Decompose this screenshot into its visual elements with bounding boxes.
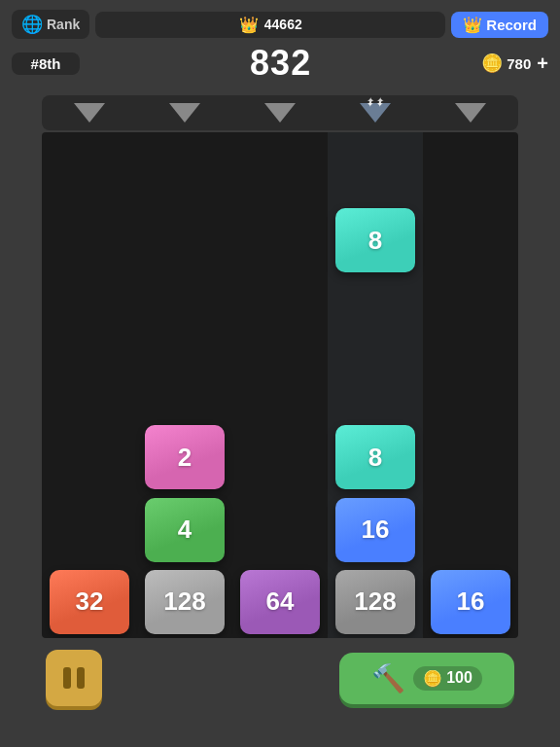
pause-bar-left [63,667,71,689]
arrow-down-3 [264,103,296,123]
coins-value: 780 [507,55,531,72]
game-board[interactable]: 828416321286412816 [42,132,518,638]
tile-64-7: 64 [240,570,320,634]
arrow-col-4[interactable]: ✦ ✦ [336,103,414,123]
hammer-button[interactable]: 🔨 🪙 100 [339,653,514,704]
big-score: 832 [86,43,475,84]
hammer-coin-icon: 🪙 [423,669,442,688]
tile-128-8: 128 [335,570,415,634]
add-coins-button[interactable]: + [537,53,548,75]
crown-icon: 👑 [239,16,259,34]
sparkle-stars: ✦ ✦ [367,99,385,109]
pause-icon [63,667,85,689]
tile-8-0: 8 [335,208,415,272]
rank-label: Rank [47,17,80,32]
record-crown-icon: 👑 [463,16,482,34]
globe-icon: 🌐 [21,14,43,35]
score-box: 👑 44662 [95,12,445,38]
coins-row: 🪙 780 + [481,53,548,75]
arrow-down-2 [169,103,200,123]
header: 🌐 Rank 👑 44662 👑 Record #8th 832 🪙 780 + [0,0,560,89]
tile-8-2: 8 [335,425,415,489]
arrow-down-5 [455,103,486,123]
arrow-col-2[interactable] [146,103,224,123]
tile-16-9: 16 [431,570,510,634]
tile-4-3: 4 [145,498,225,562]
pause-bar-right [77,667,85,689]
arrow-col-3[interactable] [241,103,319,123]
tile-128-6: 128 [145,570,225,634]
arrow-col-5[interactable] [432,103,509,123]
tile-16-4: 16 [335,498,415,562]
rank-number: #8th [12,53,80,75]
arrow-down-1 [74,103,105,123]
rank-box: 🌐 Rank [12,10,89,39]
tile-2-1: 2 [145,425,225,489]
arrow-col-1[interactable] [51,103,128,123]
tile-32-5: 32 [50,570,129,634]
record-label: Record [486,17,537,33]
hammer-icon: 🔨 [371,662,405,694]
bottom-bar: 🔨 🪙 100 [42,638,518,706]
hammer-price: 100 [446,669,472,687]
arrows-bar: ✦ ✦ [42,95,518,130]
coin-icon: 🪙 [481,53,503,74]
record-box[interactable]: 👑 Record [451,12,548,38]
pause-button[interactable] [46,650,102,706]
hammer-cost-display: 🪙 100 [413,666,482,691]
score-display: 44662 [264,17,302,32]
